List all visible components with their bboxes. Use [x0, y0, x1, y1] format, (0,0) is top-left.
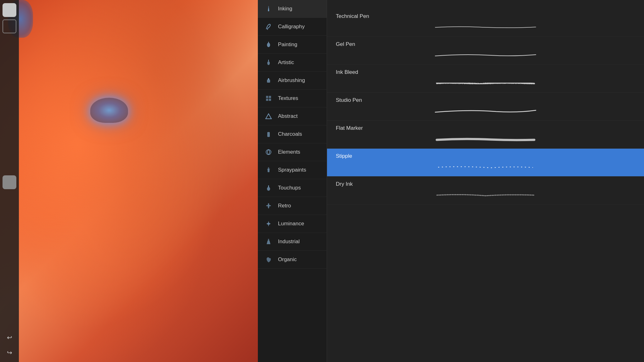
organic-icon — [264, 255, 273, 264]
category-item-charcoals[interactable]: Charcoals — [258, 125, 327, 143]
category-label-calligraphy: Calligraphy — [278, 24, 305, 30]
retro-icon — [264, 201, 273, 210]
brush-name-gel-pen: Gel Pen — [336, 41, 635, 47]
svg-rect-7 — [269, 99, 271, 101]
svg-point-11 — [269, 169, 270, 169]
airbrushing-icon — [264, 76, 273, 85]
painting-icon — [264, 40, 273, 49]
category-item-abstract[interactable]: Abstract — [258, 107, 327, 125]
category-item-artistic[interactable]: Artistic — [258, 54, 327, 72]
category-label-organic: Organic — [278, 256, 297, 263]
category-label-artistic: Artistic — [278, 59, 294, 66]
brush-panel: Technical Pen Gel Pen Ink Bleed Studio P… — [327, 0, 644, 362]
category-item-organic[interactable]: Organic — [258, 251, 327, 269]
category-item-textures[interactable]: Textures — [258, 90, 327, 107]
brush-name-ink-bleed: Ink Bleed — [336, 69, 635, 75]
category-label-charcoals: Charcoals — [278, 131, 302, 137]
svg-point-13 — [267, 187, 270, 191]
secondary-color-swatch[interactable] — [3, 19, 16, 33]
category-label-industrial: Industrial — [278, 239, 300, 245]
abstract-icon — [264, 112, 273, 121]
category-label-spraypaints: Spraypaints — [278, 167, 306, 173]
textures-icon — [264, 94, 273, 103]
svg-point-0 — [267, 43, 270, 47]
category-label-luminance: Luminance — [278, 221, 304, 227]
luminance-icon — [264, 219, 273, 228]
undo-button[interactable]: ↩ — [3, 331, 16, 344]
brush-item-stipple[interactable]: Stipple — [327, 149, 644, 177]
brush-stroke-studio-pen — [336, 107, 635, 116]
category-panel: InkingCalligraphyPaintingArtisticAirbrus… — [258, 0, 327, 362]
category-item-painting[interactable]: Painting — [258, 36, 327, 54]
canvas-area[interactable]: ↩ ↪ — [0, 0, 258, 362]
category-label-touchups: Touchups — [278, 185, 301, 191]
category-item-industrial[interactable]: Industrial — [258, 233, 327, 251]
brush-name-dry-ink: Dry Ink — [336, 181, 635, 187]
brush-stroke-technical-pen — [336, 23, 635, 32]
svg-point-8 — [266, 150, 271, 155]
brush-size-slider[interactable] — [3, 175, 16, 189]
brush-item-gel-pen[interactable]: Gel Pen — [327, 37, 644, 65]
brush-stroke-ink-bleed — [336, 79, 635, 88]
calligraphy-icon — [264, 22, 273, 31]
brush-item-studio-pen[interactable]: Studio Pen — [327, 93, 644, 121]
category-item-touchups[interactable]: Touchups — [258, 179, 327, 197]
brush-item-ink-bleed[interactable]: Ink Bleed — [327, 65, 644, 93]
svg-rect-6 — [266, 99, 268, 101]
category-label-airbrushing: Airbrushing — [278, 77, 305, 84]
svg-point-1 — [267, 61, 270, 65]
elements-icon — [264, 148, 273, 156]
svg-rect-4 — [266, 96, 268, 98]
industrial-icon — [264, 237, 273, 246]
brush-item-dry-ink[interactable]: Dry Ink — [327, 177, 644, 205]
eye-glow — [90, 98, 128, 123]
svg-rect-2 — [267, 80, 270, 83]
category-label-elements: Elements — [278, 149, 300, 155]
artistic-icon — [264, 58, 273, 67]
category-item-spraypaints[interactable]: Spraypaints — [258, 161, 327, 179]
charcoals-icon — [264, 130, 273, 139]
category-item-calligraphy[interactable]: Calligraphy — [258, 18, 327, 36]
brush-item-technical-pen[interactable]: Technical Pen — [327, 9, 644, 37]
brush-name-studio-pen: Studio Pen — [336, 97, 635, 103]
brush-name-flat-marker: Flat Marker — [336, 125, 635, 131]
inking-icon — [264, 4, 273, 13]
brush-stroke-dry-ink — [336, 190, 635, 200]
primary-color-swatch[interactable] — [3, 3, 16, 17]
brush-stroke-stipple — [336, 162, 635, 172]
brush-stroke-gel-pen — [336, 51, 635, 60]
brush-stroke-flat-marker — [336, 134, 635, 144]
category-item-retro[interactable]: Retro — [258, 197, 327, 215]
category-item-luminance[interactable]: Luminance — [258, 215, 327, 233]
brush-item-flat-marker[interactable]: Flat Marker — [327, 121, 644, 149]
svg-rect-14 — [268, 239, 269, 240]
brush-name-stipple: Stipple — [336, 153, 635, 159]
category-label-inking: Inking — [278, 6, 292, 12]
category-item-inking[interactable]: Inking — [258, 0, 327, 18]
spraypaints-icon — [264, 166, 273, 174]
svg-point-12 — [267, 169, 268, 170]
svg-point-10 — [268, 167, 269, 168]
category-label-abstract: Abstract — [278, 113, 297, 119]
redo-button[interactable]: ↪ — [3, 346, 16, 359]
brush-name-technical-pen: Technical Pen — [336, 13, 635, 19]
category-label-retro: Retro — [278, 203, 291, 209]
svg-rect-5 — [269, 96, 271, 98]
left-toolbar: ↩ ↪ — [0, 0, 19, 362]
touchups-icon — [264, 184, 273, 192]
svg-rect-9 — [268, 168, 269, 172]
artwork-canvas[interactable] — [0, 0, 258, 362]
category-label-textures: Textures — [278, 95, 298, 101]
svg-rect-3 — [268, 78, 269, 80]
category-label-painting: Painting — [278, 41, 297, 48]
category-item-airbrushing[interactable]: Airbrushing — [258, 72, 327, 90]
category-item-elements[interactable]: Elements — [258, 143, 327, 161]
